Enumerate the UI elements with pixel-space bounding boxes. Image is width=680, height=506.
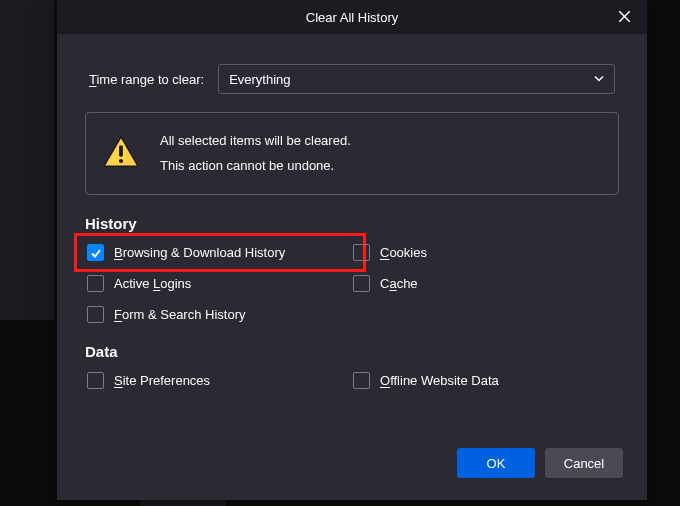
checkbox-icon xyxy=(353,244,370,261)
warning-line-2: This action cannot be undone. xyxy=(160,154,351,179)
svg-point-4 xyxy=(119,159,123,163)
checkbox-form-search-history[interactable]: Form & Search History xyxy=(87,306,353,323)
checkbox-cookies[interactable]: Cookies xyxy=(353,244,619,261)
svg-rect-3 xyxy=(119,146,123,157)
checkbox-label: Site Preferences xyxy=(114,373,210,388)
checkbox-active-logins[interactable]: Active Logins xyxy=(87,275,353,292)
warning-line-1: All selected items will be cleared. xyxy=(160,129,351,154)
checkbox-icon xyxy=(353,275,370,292)
time-range-row: Time range to clear: Everything xyxy=(85,54,619,112)
warning-icon xyxy=(102,135,140,172)
checkbox-browsing-download-history[interactable]: Browsing & Download History xyxy=(74,233,366,272)
dialog-footer: OK Cancel xyxy=(457,448,623,478)
checkbox-label: Offline Website Data xyxy=(380,373,499,388)
background-strip xyxy=(0,0,54,320)
close-icon xyxy=(619,10,630,25)
warning-box: All selected items will be cleared. This… xyxy=(85,112,619,195)
checkbox-icon xyxy=(87,244,104,261)
time-range-select[interactable]: Everything xyxy=(218,64,615,94)
titlebar: Clear All History xyxy=(57,0,647,34)
data-options: Site Preferences Offline Website Data xyxy=(85,372,619,389)
checkbox-label: Cookies xyxy=(380,245,427,260)
section-history-heading: History xyxy=(85,215,619,232)
section-data-heading: Data xyxy=(85,343,619,360)
checkbox-icon xyxy=(87,306,104,323)
checkbox-label: Form & Search History xyxy=(114,307,246,322)
time-range-value: Everything xyxy=(229,72,290,87)
checkbox-icon xyxy=(353,372,370,389)
checkbox-offline-website-data[interactable]: Offline Website Data xyxy=(353,372,619,389)
dialog-title: Clear All History xyxy=(57,10,647,25)
warning-text: All selected items will be cleared. This… xyxy=(160,129,351,178)
ok-button[interactable]: OK xyxy=(457,448,535,478)
checkbox-site-preferences[interactable]: Site Preferences xyxy=(87,372,353,389)
checkbox-label: Active Logins xyxy=(114,276,191,291)
time-range-label: Time range to clear: xyxy=(89,72,204,87)
chevron-down-icon xyxy=(594,72,604,87)
history-options: Browsing & Download History Cookies Acti… xyxy=(85,244,619,323)
checkbox-icon xyxy=(87,275,104,292)
checkbox-icon xyxy=(87,372,104,389)
cancel-button[interactable]: Cancel xyxy=(545,448,623,478)
checkbox-cache[interactable]: Cache xyxy=(353,275,619,292)
checkbox-label: Cache xyxy=(380,276,418,291)
close-button[interactable] xyxy=(601,0,647,34)
clear-history-dialog: Clear All History Time range to clear: E… xyxy=(57,0,647,500)
checkbox-label: Browsing & Download History xyxy=(114,245,285,260)
